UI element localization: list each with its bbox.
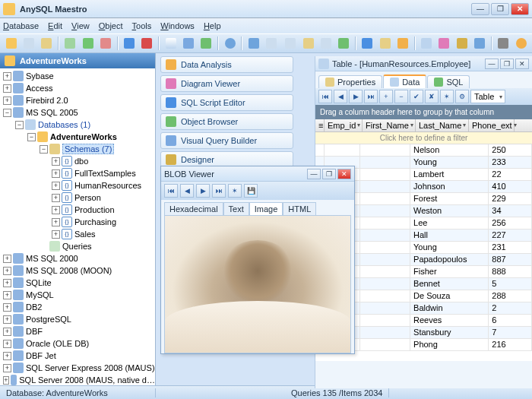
tree-node[interactable]: +PostgreSQL: [0, 313, 155, 325]
blob-tab-image[interactable]: Image: [249, 202, 283, 215]
expand-icon[interactable]: +: [3, 291, 11, 299]
tb-refresh-icon[interactable]: [198, 35, 214, 52]
tb-search-icon[interactable]: [163, 35, 179, 52]
tree-node[interactable]: +MS SQL 2000: [0, 252, 155, 264]
tb-user-icon[interactable]: [471, 35, 487, 52]
expand-icon[interactable]: +: [3, 72, 11, 81]
nav-item[interactable]: Data Analysis: [160, 56, 293, 73]
expand-icon[interactable]: +: [3, 303, 11, 312]
tb-undo-icon[interactable]: [263, 35, 279, 52]
view-mode-combo[interactable]: Table: [470, 90, 505, 103]
tree-node[interactable]: −Schemas (7): [0, 143, 155, 155]
menu-edit[interactable]: Edit: [48, 21, 62, 30]
tab-data[interactable]: Data: [383, 74, 426, 88]
blob-next-icon[interactable]: ▶: [196, 184, 210, 198]
tree-node[interactable]: −MS SQL 2005: [0, 106, 155, 119]
menu-tools[interactable]: Tools: [132, 21, 152, 30]
expand-icon[interactable]: +: [3, 376, 9, 385]
tb-filter-icon[interactable]: [180, 35, 196, 52]
expand-icon[interactable]: +: [3, 352, 11, 360]
tree-node[interactable]: −Databases (1): [0, 119, 155, 131]
nav-item[interactable]: Object Browser: [160, 113, 293, 130]
tree-node[interactable]: +{}HumanResources: [0, 179, 155, 192]
database-tree[interactable]: +Sybase+Access+Firebird 2.0−MS SQL 2005−…: [0, 68, 155, 385]
tb-table-icon[interactable]: [419, 35, 435, 52]
nav-item[interactable]: SQL Script Editor: [160, 94, 293, 111]
window-minimize[interactable]: —: [471, 3, 489, 15]
tb-dup3-icon[interactable]: [318, 35, 334, 52]
tb-new-icon[interactable]: [21, 35, 36, 52]
tb-open-icon[interactable]: [39, 35, 55, 52]
nav-prev-icon[interactable]: ◀: [334, 90, 347, 103]
expand-icon[interactable]: +: [3, 255, 11, 263]
expand-icon[interactable]: −: [27, 133, 36, 141]
nav-item[interactable]: Diagram Viewer: [160, 75, 293, 92]
expand-icon[interactable]: +: [52, 230, 60, 239]
tab-sql[interactable]: SQL: [427, 75, 470, 88]
tree-node[interactable]: +SQL Server 2008 (MAUS, native d…: [0, 374, 155, 385]
expand-icon[interactable]: +: [52, 206, 60, 214]
tb-connect-icon[interactable]: [3, 35, 19, 52]
nav-first-icon[interactable]: ⏮: [318, 90, 332, 103]
tb-stop-icon[interactable]: [139, 35, 155, 52]
blob-tab-html[interactable]: HTML: [283, 202, 316, 215]
expand-icon[interactable]: +: [52, 157, 60, 166]
col-emp-id[interactable]: Emp_id▾: [325, 119, 363, 131]
expand-icon[interactable]: +: [52, 169, 60, 178]
nav-del-icon[interactable]: −: [394, 90, 408, 103]
expand-icon[interactable]: +: [3, 328, 11, 336]
tb-dup4-icon[interactable]: [336, 35, 352, 52]
tb-dup1-icon[interactable]: [283, 35, 299, 52]
tree-node[interactable]: +Oracle (OLE DB): [0, 337, 155, 350]
tb-tools-icon[interactable]: [496, 35, 511, 52]
blob-close[interactable]: ✕: [337, 169, 351, 179]
menu-help[interactable]: Help: [204, 21, 221, 30]
blob-restore[interactable]: ❐: [322, 169, 336, 179]
tree-node[interactable]: +SQL Server Express 2008 (MAUS): [0, 362, 155, 374]
tree-node[interactable]: +Sybase: [0, 70, 155, 82]
tb-remove-icon[interactable]: [97, 35, 113, 52]
col-first-name[interactable]: First_Name▾: [363, 119, 416, 131]
tb-export-icon[interactable]: [394, 35, 410, 52]
menu-object[interactable]: Object: [99, 21, 123, 30]
tree-node[interactable]: −AdventureWorks: [0, 131, 155, 143]
expand-icon[interactable]: +: [3, 97, 11, 105]
tree-node[interactable]: +{}Sales: [0, 228, 155, 240]
tree-node[interactable]: Queries: [0, 240, 155, 252]
tw-restore[interactable]: ❐: [500, 59, 514, 69]
tree-node[interactable]: +Firebird 2.0: [0, 94, 155, 106]
blob-first-icon[interactable]: ⏮: [164, 184, 178, 198]
tb-funnel-icon[interactable]: [245, 35, 261, 52]
expand-icon[interactable]: +: [3, 364, 11, 372]
tree-node[interactable]: +MySQL: [0, 289, 155, 301]
blob-last-icon[interactable]: ⏭: [212, 184, 226, 198]
tw-minimize[interactable]: —: [485, 59, 499, 69]
blob-prev-icon[interactable]: ◀: [180, 184, 194, 198]
tree-node[interactable]: +{}FullTextSamples: [0, 167, 155, 179]
tb-view-icon[interactable]: [436, 35, 452, 52]
tree-node[interactable]: +DB2: [0, 301, 155, 313]
nav-commit-icon[interactable]: ✔: [410, 90, 423, 103]
menu-database[interactable]: Database: [3, 21, 39, 30]
nav-cancel-icon[interactable]: ✘: [425, 90, 439, 103]
expand-icon[interactable]: +: [3, 315, 11, 324]
tb-sql-icon[interactable]: [359, 35, 375, 52]
filter-row[interactable]: Click here to define a filter: [315, 132, 532, 144]
menu-view[interactable]: View: [71, 21, 90, 30]
tree-node[interactable]: +MS SQL 2008 (MOON): [0, 264, 155, 277]
expand-icon[interactable]: +: [3, 340, 11, 348]
tree-node[interactable]: +DBF: [0, 325, 155, 337]
expand-icon[interactable]: −: [40, 145, 48, 154]
nav-add-icon[interactable]: +: [379, 90, 393, 103]
tb-script-icon[interactable]: [377, 35, 393, 52]
tree-node[interactable]: +Access: [0, 82, 155, 94]
expand-icon[interactable]: +: [3, 84, 11, 93]
tb-help-icon[interactable]: [513, 35, 529, 52]
tab-properties[interactable]: Properties: [318, 75, 382, 88]
window-close[interactable]: ✕: [511, 3, 529, 15]
tree-node[interactable]: +{}Person: [0, 192, 155, 204]
tree-node[interactable]: +{}Purchasing: [0, 216, 155, 228]
col-phone-ext[interactable]: Phone_ext▾: [469, 119, 515, 131]
blob-tab-hex[interactable]: Hexadecimal: [164, 202, 223, 215]
col-last-name[interactable]: Last_Name▾: [416, 119, 469, 131]
